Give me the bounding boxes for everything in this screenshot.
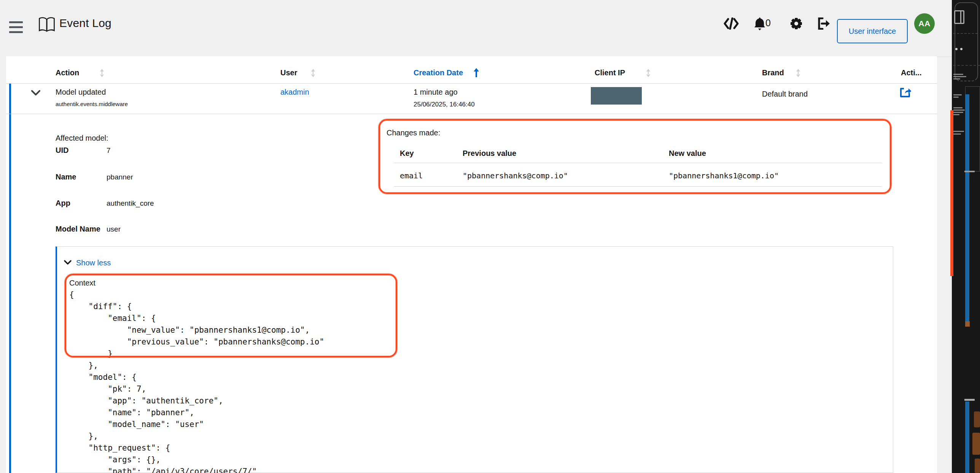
- field-value: authentik_core: [107, 199, 154, 208]
- show-less-toggle[interactable]: Show less: [76, 259, 111, 267]
- column-header-action[interactable]: Action: [56, 68, 79, 77]
- row-created-absolute: 25/06/2025, 16:46:40: [414, 101, 475, 108]
- row-user-link[interactable]: akadmin: [280, 88, 309, 97]
- row-brand: Default brand: [762, 90, 808, 98]
- settings-gear-icon[interactable]: [790, 17, 803, 30]
- field-label: App: [56, 199, 70, 208]
- sort-icon-client-ip[interactable]: [645, 68, 651, 78]
- sort-ascending-icon[interactable]: [473, 68, 480, 78]
- column-header-actions: Acti...: [901, 68, 921, 77]
- show-less-chevron-icon[interactable]: [64, 260, 72, 265]
- field-label: Model Name: [56, 225, 100, 233]
- hamburger-menu-icon[interactable]: [9, 21, 23, 34]
- client-ip-redaction-box: [591, 87, 642, 105]
- changes-row-previous: "pbannershanks@comp.io": [463, 171, 568, 180]
- column-header-client-ip[interactable]: Client IP: [595, 68, 625, 77]
- changes-column-key: Key: [400, 149, 414, 158]
- side-overlay-panel: [952, 0, 980, 473]
- sort-icon-user[interactable]: [310, 68, 316, 78]
- row-created-relative: 1 minute ago: [414, 88, 458, 97]
- expanded-row-accent: [9, 84, 11, 473]
- event-log-page: Event Log 0 User interface AA: [0, 0, 980, 473]
- row-action: Model updated: [56, 88, 106, 97]
- field-value: 7: [107, 146, 111, 155]
- notifications-bell-icon[interactable]: [753, 17, 766, 31]
- field-label: Name: [56, 173, 76, 181]
- changes-column-new: New value: [669, 149, 706, 158]
- row-action-app: authentik.events.middleware: [56, 101, 128, 107]
- column-header-user[interactable]: User: [280, 68, 297, 77]
- affected-model-label: Affected model:: [56, 134, 108, 143]
- changes-column-previous: Previous value: [463, 149, 516, 158]
- minimap-blue-bar: [965, 94, 969, 321]
- overlay-dot: [960, 48, 963, 50]
- api-code-icon[interactable]: [724, 17, 739, 30]
- collapse-chevron-icon[interactable]: [31, 90, 40, 96]
- context-json-code[interactable]: { "diff": { "email": { "new_value": "pba…: [69, 289, 324, 473]
- avatar[interactable]: AA: [914, 13, 935, 34]
- sidebar-pane-icon[interactable]: [954, 10, 964, 24]
- minimap-orange-bar: [950, 110, 953, 276]
- column-header-brand[interactable]: Brand: [762, 68, 784, 77]
- changes-row-new: "pbannershanks1@comp.io": [669, 171, 779, 180]
- sort-icon-brand[interactable]: [795, 68, 801, 78]
- field-value: user: [107, 225, 121, 233]
- field-value: pbanner: [107, 173, 133, 181]
- user-interface-button[interactable]: User interface: [837, 19, 908, 43]
- overlay-dot: [955, 48, 958, 50]
- masthead: Event Log 0 User interface AA: [0, 0, 980, 56]
- notification-count: 0: [765, 17, 771, 29]
- changes-made-title: Changes made:: [387, 129, 440, 137]
- page-title: Event Log: [59, 17, 111, 30]
- context-label: Context: [69, 279, 95, 287]
- minimap-blue-bar: [965, 402, 969, 473]
- book-open-logo-icon: [37, 15, 56, 34]
- field-label: UID: [56, 146, 68, 155]
- column-header-creation-date[interactable]: Creation Date: [414, 68, 463, 77]
- sort-icon-action[interactable]: [99, 68, 105, 78]
- avatar-initials: AA: [918, 19, 930, 28]
- changes-row-key: email: [400, 171, 423, 180]
- sign-out-icon[interactable]: [817, 17, 831, 30]
- user-interface-button-label: User interface: [849, 27, 896, 36]
- open-event-share-icon[interactable]: [899, 87, 912, 98]
